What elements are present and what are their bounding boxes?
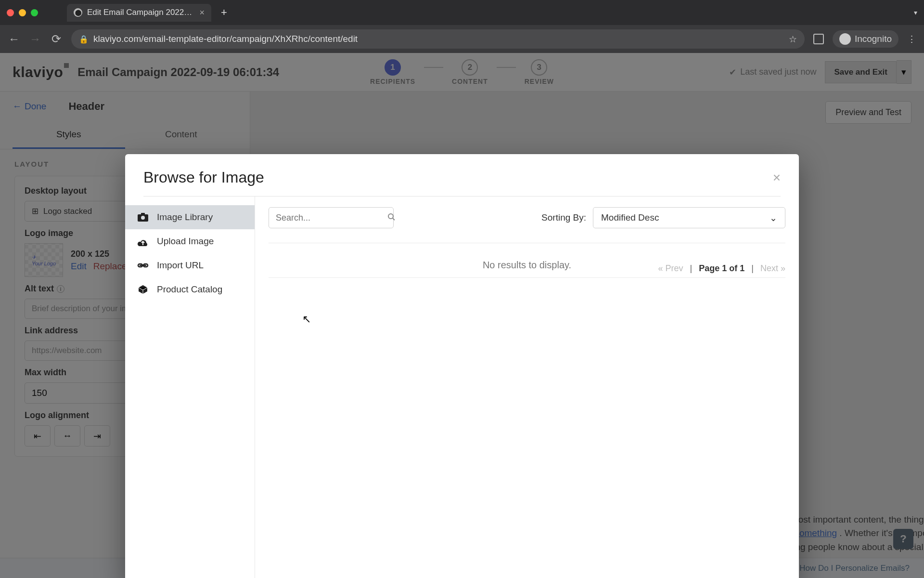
reload-icon[interactable]: ⟳: [50, 32, 63, 46]
source-image-library[interactable]: Image Library: [125, 205, 255, 229]
chevron-down-icon: ⌄: [770, 212, 777, 223]
search-icon[interactable]: [387, 213, 395, 223]
pager-separator: |: [690, 263, 693, 274]
page-indicator: Page 1 of 1: [699, 263, 744, 274]
modal-main: Sorting By: Modified Desc ⌄ No results t…: [255, 197, 799, 578]
close-tab-icon[interactable]: ×: [199, 8, 205, 18]
maximize-window-icon[interactable]: [31, 9, 38, 16]
browser-toolbar: ← → ⟳ 🔒 klaviyo.com/email-template-edito…: [0, 25, 924, 53]
app-root: klaviyo Email Campaign 2022-09-19 06:01:…: [0, 53, 924, 578]
bookmark-star-icon[interactable]: ☆: [789, 34, 797, 45]
cloud-upload-icon: [137, 236, 149, 247]
sort-select[interactable]: Modified Desc ⌄: [593, 207, 785, 228]
search-input-wrapper[interactable]: [269, 207, 394, 228]
window-controls: [7, 9, 38, 16]
url-text: klaviyo.com/email-template-editor/campai…: [93, 34, 358, 44]
sort-value: Modified Desc: [601, 212, 659, 223]
box-icon: [137, 284, 149, 295]
link-icon: [137, 260, 149, 271]
source-upload-image[interactable]: Upload Image: [125, 229, 255, 253]
forward-icon[interactable]: →: [29, 32, 41, 46]
browse-image-modal: Browse for Image × Image Library Upload …: [125, 154, 799, 578]
source-product-catalog[interactable]: Product Catalog: [125, 277, 255, 302]
close-icon[interactable]: ×: [773, 170, 781, 185]
extensions-icon[interactable]: [813, 34, 824, 44]
svg-point-2: [141, 216, 145, 220]
incognito-icon: [839, 33, 851, 45]
tab-list-chevron-icon[interactable]: ▾: [914, 9, 917, 16]
modal-source-list: Image Library Upload Image Import URL: [125, 197, 255, 578]
new-tab-button[interactable]: +: [221, 6, 227, 19]
cursor-icon: ↖: [302, 313, 311, 326]
browser-tab-strip: ⬤ Edit Email Campaign 2022-09 × + ▾: [0, 0, 924, 25]
back-icon[interactable]: ←: [8, 32, 20, 46]
incognito-badge[interactable]: Incognito: [833, 30, 898, 48]
divider: [269, 277, 785, 278]
source-label: Image Library: [157, 212, 213, 223]
tab-favicon-icon: ⬤: [74, 8, 82, 17]
browser-tab[interactable]: ⬤ Edit Email Campaign 2022-09 ×: [67, 4, 211, 22]
lock-icon: 🔒: [79, 35, 89, 44]
source-label: Product Catalog: [157, 284, 222, 295]
close-window-icon[interactable]: [7, 9, 14, 16]
modal-title: Browse for Image: [143, 169, 264, 186]
menu-kebab-icon[interactable]: ⋮: [907, 34, 916, 45]
source-label: Upload Image: [157, 236, 214, 247]
search-input[interactable]: [276, 213, 387, 223]
svg-point-6: [388, 214, 393, 219]
source-import-url[interactable]: Import URL: [125, 253, 255, 277]
prev-page-link[interactable]: « Prev: [658, 263, 683, 274]
next-page-link[interactable]: Next »: [760, 263, 785, 274]
svg-rect-1: [141, 213, 145, 215]
tab-title: Edit Email Campaign 2022-09: [87, 8, 194, 17]
camera-icon: [137, 212, 149, 223]
address-bar[interactable]: 🔒 klaviyo.com/email-template-editor/camp…: [71, 29, 805, 49]
minimize-window-icon[interactable]: [19, 9, 26, 16]
svg-line-7: [393, 218, 395, 220]
source-label: Import URL: [157, 260, 204, 271]
sort-label: Sorting By:: [541, 212, 586, 223]
incognito-label: Incognito: [855, 34, 892, 44]
pager-separator: |: [751, 263, 754, 274]
